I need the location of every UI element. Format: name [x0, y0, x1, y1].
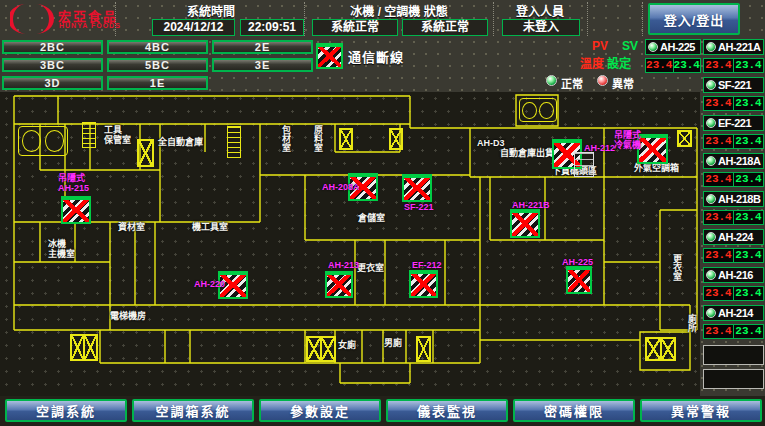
equipment-icon-EF-212[interactable] — [409, 270, 438, 298]
equipment-icon-AH-213[interactable] — [325, 271, 353, 298]
equipment-box-icon — [574, 152, 594, 177]
equipment-icon-冷氣機[interactable] — [637, 134, 668, 164]
room-label: 外氣空調箱 — [634, 164, 679, 174]
shaft-x-icon — [389, 128, 403, 150]
unit-AH-225[interactable]: AH-225 — [645, 39, 701, 55]
equipment-tag: AH-213 — [328, 261, 359, 271]
pv-value: 23.4 — [704, 249, 734, 262]
nav-button-1[interactable]: 空調系統 — [5, 399, 127, 422]
unit-name-label: EF-221 — [718, 117, 751, 129]
login-user-value: 未登入 — [502, 19, 580, 36]
nav-button-6[interactable]: 異常警報 — [640, 399, 762, 422]
unit-EF-221[interactable]: EF-221 — [703, 115, 764, 131]
comm-loss-label: 通信斷線 — [348, 47, 404, 66]
floor-button-4BC[interactable]: 4BC — [107, 40, 208, 54]
abnormal-led-icon — [597, 75, 608, 86]
ac-status-value: 系統正常 — [402, 19, 488, 36]
shaft-x-icon — [677, 130, 692, 147]
floor-button-5BC[interactable]: 5BC — [107, 58, 208, 72]
shaft-x-icon — [416, 336, 431, 362]
floor-button-2E[interactable]: 2E — [212, 40, 313, 54]
system-date-value: 2024/12/12 — [152, 19, 235, 36]
sv-value: 23.4 — [734, 249, 763, 262]
unit-values-AH-216: 23.423.4 — [703, 286, 764, 301]
equipment-icon-SF-221[interactable] — [402, 174, 432, 202]
equipment-tag: 吊隱式 AH-215 — [58, 174, 89, 194]
stairs-icon — [519, 98, 557, 122]
unit-values-SF-221: 23.423.4 — [703, 96, 764, 111]
normal-legend-label: 正常 — [561, 75, 583, 91]
unit-values-AH-218B: 23.423.4 — [703, 210, 764, 225]
hmi-screen: 宏亞食品 HUNYA FOODS 系統時間 2024/12/12 22:09:5… — [0, 0, 765, 426]
floor-button-2BC[interactable]: 2BC — [2, 40, 103, 54]
unit-SF-221[interactable]: SF-221 — [703, 77, 764, 93]
room-label: 機工具室 — [192, 223, 228, 233]
room-label: 包材室 — [280, 125, 290, 152]
shaft-double-x-icon — [306, 336, 336, 362]
sv-value: 23.4 — [734, 173, 763, 186]
unit-name-label: AH-224 — [718, 231, 753, 243]
floor-button-1E[interactable]: 1E — [107, 76, 208, 90]
unit-values-AH-214: 23.423.4 — [703, 324, 764, 339]
room-label: 冰機 主機室 — [48, 240, 75, 260]
login-user-label: 登入人員 — [493, 2, 587, 19]
unit-AH-216[interactable]: AH-216 — [703, 267, 764, 283]
equipment-tag: AH-220 — [194, 280, 225, 290]
unit-AH-224[interactable]: AH-224 — [703, 229, 764, 245]
equipment-tag: AH-225 — [562, 258, 593, 268]
room-label: 女廁 — [338, 341, 356, 351]
sv-value: 23.4 — [734, 97, 763, 110]
unit-values-AH-224: 23.423.4 — [703, 248, 764, 263]
equipment-icon-AH-215[interactable] — [61, 196, 91, 224]
floor-button-3BC[interactable]: 3BC — [2, 58, 103, 72]
shaft-double-x-icon — [645, 337, 676, 361]
empty-slot — [703, 369, 764, 389]
empty-slot — [703, 345, 764, 365]
room-label: 倉儲室 — [358, 214, 385, 224]
header-divider — [642, 2, 643, 36]
room-label: 更衣室 — [357, 264, 384, 274]
floor-button-3D[interactable]: 3D — [2, 76, 103, 90]
chiller-status-value: 系統正常 — [312, 19, 398, 36]
header-divider — [587, 2, 588, 36]
equipment-tag: SF-221 — [404, 203, 434, 213]
normal-led-icon — [546, 75, 557, 86]
header-divider — [115, 2, 116, 36]
equipment-icon-AH-221B[interactable] — [510, 209, 540, 238]
pv-value: 23.4 — [704, 97, 734, 110]
unit-AH-218B[interactable]: AH-218B — [703, 191, 764, 207]
nav-button-2[interactable]: 空調箱系統 — [132, 399, 254, 422]
machine-status-label: 冰機 / 空調機 狀態 — [305, 2, 493, 19]
unit-AH-214[interactable]: AH-214 — [703, 305, 764, 321]
sv-value: 23.4 — [674, 59, 701, 72]
shaft-x-icon — [137, 139, 154, 167]
shaft-double-x-icon — [70, 334, 98, 361]
unit-AH-218A[interactable]: AH-218A — [703, 153, 764, 169]
pv-value: 23.4 — [704, 287, 734, 300]
status-led-icon — [706, 270, 716, 280]
status-led-icon — [648, 42, 658, 52]
pv-value: 23.4 — [704, 325, 734, 338]
unit-values-AH-225: 23.423.4 — [645, 58, 701, 73]
system-time-value: 22:09:51 — [240, 19, 304, 36]
status-led-icon — [706, 156, 716, 166]
unit-name-label: AH-221A — [718, 41, 760, 53]
login-logout-button[interactable]: 登入/登出 — [648, 3, 740, 35]
nav-button-4[interactable]: 儀表監視 — [386, 399, 508, 422]
floor-button-3E[interactable]: 3E — [212, 58, 313, 72]
status-led-icon — [706, 80, 716, 90]
nav-button-3[interactable]: 參數設定 — [259, 399, 381, 422]
sv-value: 23.4 — [734, 211, 763, 224]
pv-value: 23.4 — [704, 173, 734, 186]
system-time-label: 系統時間 — [118, 2, 304, 19]
status-led-icon — [706, 118, 716, 128]
unit-AH-221A[interactable]: AH-221A — [703, 39, 764, 55]
room-label: 電梯機房 — [110, 312, 146, 322]
status-led-icon — [706, 42, 716, 52]
sv-value: 23.4 — [734, 325, 763, 338]
nav-button-5[interactable]: 密碼權限 — [513, 399, 635, 422]
sv-column-label: SV — [622, 39, 638, 53]
unit-name-label: AH-214 — [718, 307, 753, 319]
unit-values-AH-218A: 23.423.4 — [703, 172, 764, 187]
equipment-icon-AH-225[interactable] — [566, 266, 592, 294]
